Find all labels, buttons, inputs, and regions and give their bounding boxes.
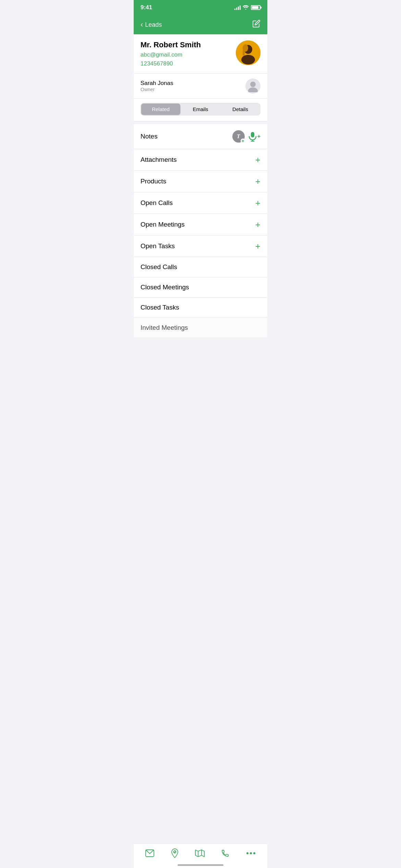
svg-rect-7 (251, 132, 254, 137)
notes-label: Notes (141, 133, 158, 140)
segment-control-wrapper: Related Emails Details (134, 99, 267, 121)
battery-icon (251, 5, 260, 10)
separator (134, 121, 267, 124)
add-open-meeting-button[interactable]: + (255, 220, 260, 229)
svg-point-2 (241, 55, 255, 64)
status-icons (234, 5, 260, 11)
edit-button[interactable] (252, 20, 260, 30)
owner-label: Owner (141, 87, 173, 92)
text-note-icon: T (237, 133, 240, 140)
attachments-label: Attachments (141, 156, 177, 164)
related-item-closed-tasks: Closed Tasks (134, 298, 267, 318)
contact-name: Mr. Robert Smith (141, 40, 236, 49)
notes-actions: T + + (232, 130, 260, 143)
contact-email[interactable]: abc@gmail.com (141, 51, 236, 58)
status-time: 9:41 (141, 4, 152, 11)
owner-name: Sarah Jonas (141, 80, 173, 87)
tab-related[interactable]: Related (141, 104, 180, 115)
text-note-plus-icon: + (241, 138, 245, 143)
invited-meetings-label: Invited Meetings (141, 324, 188, 331)
add-voice-note-button[interactable]: + (248, 131, 260, 142)
related-item-closed-meetings: Closed Meetings (134, 277, 267, 298)
related-item-open-tasks: Open Tasks + (134, 236, 267, 257)
tab-emails[interactable]: Emails (181, 104, 220, 115)
status-bar: 9:41 (134, 0, 267, 15)
mic-icon (248, 131, 257, 142)
open-tasks-label: Open Tasks (141, 242, 175, 250)
voice-note-plus-icon: + (257, 134, 260, 139)
related-item-open-calls: Open Calls + (134, 192, 267, 214)
contact-info: Mr. Robert Smith abc@gmail.com 123456789… (141, 40, 236, 67)
owner-row: Sarah Jonas Owner (134, 74, 267, 99)
add-product-button[interactable]: + (255, 177, 260, 186)
owner-info: Sarah Jonas Owner (141, 80, 173, 92)
open-calls-label: Open Calls (141, 199, 173, 207)
add-text-note-button[interactable]: T + (232, 130, 245, 143)
contact-phone[interactable]: 1234567890 (141, 60, 236, 67)
closed-meetings-label: Closed Meetings (141, 284, 189, 291)
svg-point-6 (248, 87, 258, 92)
svg-rect-4 (243, 50, 245, 56)
back-chevron-icon: ‹ (141, 21, 143, 28)
add-open-call-button[interactable]: + (255, 198, 260, 207)
closed-calls-label: Closed Calls (141, 263, 177, 271)
back-button[interactable]: ‹ Leads (141, 21, 162, 28)
add-open-task-button[interactable]: + (255, 242, 260, 251)
contact-header: Mr. Robert Smith abc@gmail.com 123456789… (134, 34, 267, 74)
owner-avatar-icon (247, 80, 259, 92)
related-item-closed-calls: Closed Calls (134, 257, 267, 277)
owner-avatar (245, 79, 260, 94)
wifi-icon (243, 5, 249, 11)
segment-control: Related Emails Details (141, 103, 260, 116)
nav-bar: ‹ Leads (134, 15, 267, 34)
tab-details[interactable]: Details (221, 104, 260, 115)
back-label: Leads (145, 21, 162, 28)
related-list: Notes T + + Attachments + Products + (134, 124, 267, 338)
add-attachment-button[interactable]: + (255, 155, 260, 164)
related-item-open-meetings: Open Meetings + (134, 214, 267, 236)
svg-point-5 (250, 82, 256, 87)
related-item-invited-meetings: Invited Meetings (134, 318, 267, 338)
signal-icon (234, 5, 241, 10)
related-item-products: Products + (134, 171, 267, 192)
related-item-attachments: Attachments + (134, 149, 267, 171)
closed-tasks-label: Closed Tasks (141, 304, 179, 311)
open-meetings-label: Open Meetings (141, 221, 185, 228)
products-label: Products (141, 178, 166, 185)
related-item-notes: Notes T + + (134, 124, 267, 149)
avatar (236, 40, 260, 65)
avatar-image (236, 40, 260, 65)
